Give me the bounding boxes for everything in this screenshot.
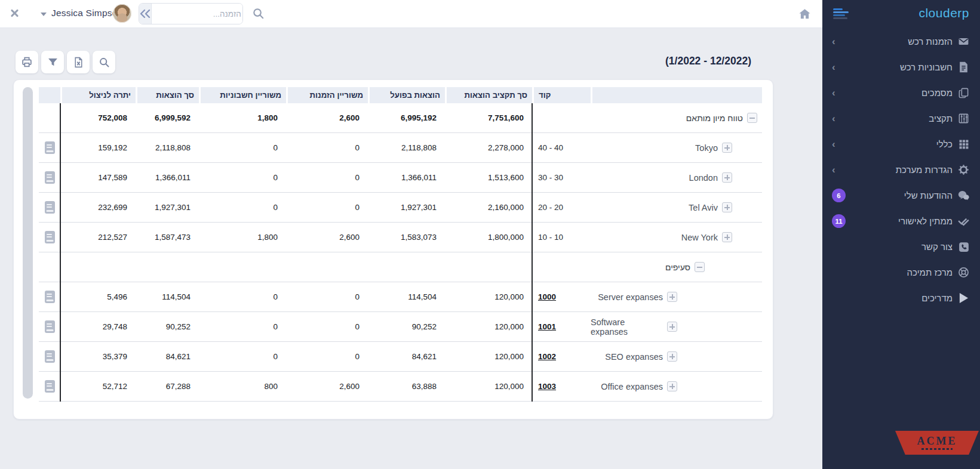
journal-icon[interactable] xyxy=(44,379,56,393)
close-icon[interactable] xyxy=(9,8,20,18)
code-link[interactable]: 1002 xyxy=(538,352,556,361)
cell-reserved-orders: 0 xyxy=(286,193,368,222)
acme-logo-text: ACME xyxy=(917,436,957,446)
collapse-icon[interactable] xyxy=(695,262,705,272)
cell-actual: 1,583,073 xyxy=(368,223,445,252)
code-link[interactable]: 1003 xyxy=(538,382,556,391)
table-row-tel-aviv: 232,699 1,927,301 0 0 1,927,301 2,160,00… xyxy=(39,193,762,223)
sidebar-item-documents[interactable]: ‹ מסמכים xyxy=(822,80,980,106)
chevron-left-icon: ‹ xyxy=(832,165,835,175)
journal-icon[interactable] xyxy=(44,171,56,184)
cell-reserved-orders: 2,600 xyxy=(286,372,368,401)
journal-icon[interactable] xyxy=(44,141,56,155)
expand-icon[interactable] xyxy=(667,322,677,332)
avatar[interactable] xyxy=(113,4,131,23)
top-bar: Jessica Simpson xyxy=(0,0,822,28)
caret-down-icon[interactable] xyxy=(41,13,47,16)
cell-budget: 7,751,600 xyxy=(445,103,532,132)
search-icon[interactable] xyxy=(251,7,265,23)
sidebar-item-label: מסמכים xyxy=(921,88,953,98)
filter-button[interactable] xyxy=(41,51,64,73)
chevron-left-icon: ‹ xyxy=(832,88,835,98)
expand-icon[interactable] xyxy=(722,232,732,242)
chevron-left-icon: ‹ xyxy=(832,62,835,72)
table-row-group-custom-range: 752,008 6,999,592 1,800 2,600 6,995,192 … xyxy=(39,103,762,133)
user-name[interactable]: Jessica Simpson xyxy=(51,8,122,18)
sidebar-item-pending-my-approval[interactable]: 11 ממתין לאישורי xyxy=(822,208,980,234)
header-total-expenses: סך הוצאות xyxy=(136,87,199,103)
header-balance: יתרה לניצול xyxy=(60,87,136,103)
order-number-input[interactable] xyxy=(152,4,243,24)
cell-budget: 120,000 xyxy=(445,282,532,311)
table-search-button[interactable] xyxy=(93,51,115,73)
sidebar-item-label: חשבוניות רכש xyxy=(900,62,953,72)
cell-total-expenses: 6,999,592 xyxy=(136,103,199,132)
cell-reserved-invoices: 0 xyxy=(199,133,286,162)
clouderp-logo: clouderp xyxy=(918,6,969,20)
sidebar-item-purchase-orders[interactable]: ‹ הזמנות רכש xyxy=(822,29,980,54)
expand-icon[interactable] xyxy=(722,202,732,212)
journal-icon[interactable] xyxy=(44,320,56,334)
double-chevron-left-icon[interactable] xyxy=(139,4,152,24)
expand-icon[interactable] xyxy=(667,381,677,391)
chevron-left-icon: ‹ xyxy=(832,139,835,149)
collapse-icon[interactable] xyxy=(747,113,757,123)
cell-budget: 120,000 xyxy=(445,372,532,401)
column-separator xyxy=(532,103,533,402)
sidebar-item-system-settings[interactable]: ‹ הגדרות מערכת xyxy=(822,157,980,183)
row-name: Server expanses xyxy=(598,292,663,302)
cell-balance: 232,699 xyxy=(60,193,136,222)
messages-badge: 6 xyxy=(832,189,846,202)
sidebar-item-label: תקציב xyxy=(929,113,953,124)
cell-reserved-invoices: 1,800 xyxy=(199,103,286,132)
sidebar-item-purchase-invoices[interactable]: ‹ חשבוניות רכש xyxy=(822,54,980,80)
row-name: Tokyo xyxy=(695,143,718,153)
hamburger-menu-icon[interactable] xyxy=(833,8,850,20)
cell-budget: 1,800,000 xyxy=(445,223,532,252)
journal-icon[interactable] xyxy=(44,200,56,214)
sidebar-item-my-messages[interactable]: 6 ההודעות שלי xyxy=(822,183,980,208)
cell-balance: 752,008 xyxy=(60,103,136,132)
cell-total-expenses: 1,927,301 xyxy=(136,193,199,222)
sidebar-item-contact-us[interactable]: צור קשר xyxy=(822,234,980,260)
header-reserved-invoices: משוריין חשבוניות xyxy=(199,87,286,103)
cell-total-expenses: 2,118,808 xyxy=(136,133,199,162)
print-button[interactable] xyxy=(16,51,38,73)
journal-icon[interactable] xyxy=(44,350,56,363)
cell-total-expenses: 84,621 xyxy=(136,342,199,371)
vertical-scrollbar[interactable] xyxy=(23,87,33,399)
budget-abacus-icon xyxy=(958,113,969,124)
journal-icon[interactable] xyxy=(44,290,56,304)
sidebar-menu: ‹ הזמנות רכש ‹ חשבוניות רכש ‹ מסמכים ‹ ת… xyxy=(822,29,980,311)
export-excel-button[interactable] xyxy=(67,51,90,73)
cell-actual: 63,888 xyxy=(368,372,445,401)
code-link[interactable]: 1000 xyxy=(538,292,556,301)
cell-total-expenses: 1,366,011 xyxy=(136,163,199,192)
messages-icon xyxy=(958,190,969,201)
cell-actual: 1,927,301 xyxy=(368,193,445,222)
cell-balance: 52,712 xyxy=(60,372,136,401)
app-root: Jessica Simpson clouderp ‹ הזמנות רכש xyxy=(0,0,980,469)
approvals-badge: 11 xyxy=(832,214,846,228)
expand-icon[interactable] xyxy=(722,143,732,153)
journal-icon[interactable] xyxy=(44,230,56,244)
sidebar-item-budget[interactable]: ‹ תקציב xyxy=(822,106,980,131)
expand-icon[interactable] xyxy=(722,172,732,183)
sidebar-item-general[interactable]: ‹ כללי xyxy=(822,131,980,157)
table-row-seo-expanses: 35,379 84,621 0 0 84,621 120,000 1002 SE… xyxy=(39,342,762,372)
expand-icon[interactable] xyxy=(667,292,677,302)
cell-balance: 29,748 xyxy=(60,312,136,341)
header-icon-column xyxy=(39,87,60,103)
cell-balance: 35,379 xyxy=(60,342,136,371)
sidebar-item-guides[interactable]: מדריכים xyxy=(822,285,980,311)
home-icon[interactable] xyxy=(798,7,812,23)
documents-icon xyxy=(958,87,969,98)
row-name: London xyxy=(689,173,718,183)
chevron-left-icon: ‹ xyxy=(832,113,835,124)
sidebar-item-support-center[interactable]: מרכז תמיכה xyxy=(822,260,980,285)
expand-icon[interactable] xyxy=(667,351,677,362)
cell-reserved-invoices: 800 xyxy=(199,372,286,401)
code-link[interactable]: 1001 xyxy=(538,322,556,331)
header-reserved-orders: משוריין הזמנות xyxy=(286,87,368,103)
cell-balance: 159,192 xyxy=(60,133,136,162)
